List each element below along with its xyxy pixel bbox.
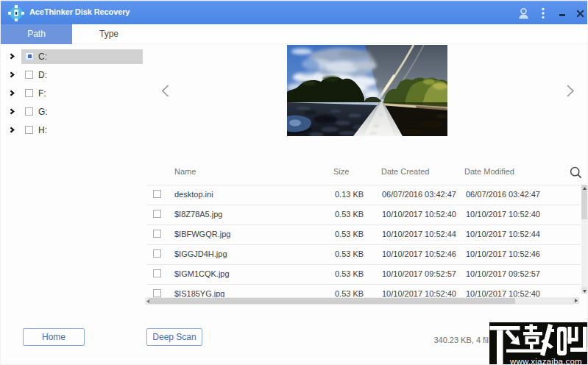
svg-text:www.xiazaiba.com: www.xiazaiba.com (509, 357, 582, 365)
